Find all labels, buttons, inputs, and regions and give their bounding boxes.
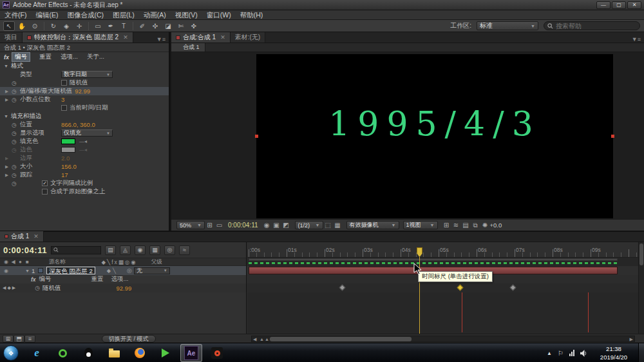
work-area-bar[interactable]	[249, 258, 618, 261]
tab-footage[interactable]: 素材:(无)	[231, 32, 265, 43]
hand-tool-icon[interactable]: ✋	[16, 21, 28, 31]
stopwatch-icon[interactable]: ◷	[12, 97, 20, 103]
menu-composition[interactable]: 图像合成(C)	[62, 10, 108, 20]
position-value[interactable]: 866.0, 360.0	[61, 121, 95, 128]
help-search-box[interactable]	[544, 21, 640, 30]
taskbar-player-icon[interactable]	[155, 344, 176, 362]
scroll-left-icon[interactable]: ◀	[253, 337, 256, 342]
comp-mini-tab[interactable]: 合成 1	[171, 43, 205, 52]
tab-effect-controls[interactable]: 特效控制台：深灰色 固态层 2 ✕	[23, 32, 133, 43]
stopwatch-icon[interactable]: ◷	[12, 138, 20, 145]
expand-layers-icon[interactable]: ⊞	[3, 335, 14, 343]
show-hidden-icons[interactable]: ▲	[547, 350, 552, 356]
minimize-icon[interactable]: —	[596, 1, 611, 9]
reset-link[interactable]: 重置	[39, 53, 52, 61]
property-row[interactable]: ◀ ◆ ▶ ◷ 随机值 92.99	[0, 283, 246, 292]
stopwatch-icon[interactable]: ◷	[12, 172, 20, 178]
group-format[interactable]: ▼格式	[0, 62, 169, 70]
layer-row[interactable]: ◉ ▼ 1 深灰色 固态层 2 ◆╲ ◎ 无▼	[0, 266, 246, 275]
effect-name[interactable]: 编号	[12, 52, 30, 62]
stopwatch-icon[interactable]: ◷	[12, 80, 20, 86]
tab-composition[interactable]: 合成:合成 1 ✕	[171, 32, 231, 43]
pan-behind-tool-icon[interactable]: ✛	[73, 21, 85, 31]
decimals-value[interactable]: 3	[61, 96, 64, 103]
zoom-in-mountain-icon[interactable]: ▲	[265, 337, 269, 341]
rotation-tool-icon[interactable]: ↻	[48, 21, 59, 31]
menu-file[interactable]: 文件(F)	[0, 10, 31, 20]
tab-close-icon[interactable]: ✕	[220, 34, 225, 41]
reset-link[interactable]: 重置	[91, 275, 104, 283]
stopwatch-icon[interactable]: ◷	[12, 88, 20, 95]
menu-animation[interactable]: 动画(A)	[139, 10, 171, 20]
display-options-dropdown[interactable]: 仅填充▼	[61, 129, 113, 137]
eraser-tool-icon[interactable]: ◪	[162, 21, 174, 31]
clone-stamp-tool-icon[interactable]: ✣	[149, 21, 161, 31]
magnification-dropdown[interactable]: 50%▼	[176, 221, 205, 229]
graph-editor-icon[interactable]: ≈	[179, 245, 190, 255]
options-link[interactable]: 选项...	[111, 275, 129, 283]
zoom-out-mountain-icon[interactable]: ▲	[260, 337, 264, 341]
stopwatch-icon[interactable]: ◷	[12, 122, 20, 128]
tab-project[interactable]: 项目	[0, 32, 23, 43]
comp-canvas[interactable]: 1995/4/3	[256, 54, 613, 218]
snapshot-icon[interactable]: ◉	[262, 222, 272, 229]
menu-help[interactable]: 帮助(H)	[236, 10, 268, 20]
expand-icon[interactable]: ▶	[5, 164, 12, 169]
next-keyframe-icon[interactable]: ▶	[12, 285, 15, 291]
random-checkbox[interactable]	[61, 80, 67, 86]
timeline-vertical-scrollbar[interactable]	[638, 242, 644, 334]
layer-handle[interactable]	[611, 135, 614, 138]
timeline-horizontal-scrollbar[interactable]: ◀ ▲ ▲ ▶	[251, 336, 635, 342]
expand-icon[interactable]: ▶	[5, 97, 12, 102]
toggle-switches-modes-button[interactable]: 切换开关 / 模式	[102, 335, 156, 343]
menu-window[interactable]: 窗口(W)	[202, 10, 236, 20]
parent-column[interactable]: 父级	[151, 258, 162, 266]
expand-icon[interactable]: ▶	[5, 89, 12, 94]
taskbar-recorder-icon[interactable]	[206, 344, 228, 362]
action-center-icon[interactable]: ⚐	[558, 350, 564, 357]
draft-3d-icon[interactable]: ◬	[120, 245, 131, 255]
volume-icon[interactable]	[580, 350, 587, 357]
flowchart-icon[interactable]: ⧉	[471, 222, 480, 229]
menu-layer[interactable]: 图层(L)	[108, 10, 139, 20]
offset-value[interactable]: 92.99	[75, 88, 90, 95]
maximize-icon[interactable]: ▢	[612, 1, 626, 9]
motion-blur-icon[interactable]: ◎	[164, 245, 175, 255]
group-fill-stroke[interactable]: ▼填充和描边	[0, 112, 169, 120]
eye-icon[interactable]: ◉	[3, 268, 10, 274]
collapse-icon[interactable]: ▼	[4, 64, 8, 68]
comp-viewer[interactable]: 1995/4/3	[171, 52, 644, 219]
transparency-grid-icon[interactable]: ▦	[333, 222, 343, 229]
workspace-dropdown[interactable]: 标准▼	[477, 21, 538, 30]
taskbar-clock[interactable]: 21:38 2019/4/20	[592, 345, 635, 361]
roto-brush-tool-icon[interactable]: ✄	[175, 21, 187, 31]
network-icon[interactable]	[569, 350, 574, 356]
taskbar-firefox-icon[interactable]	[129, 344, 151, 362]
time-ruler[interactable]: :00s 01s 02s 03s 04s 05s 06s 07s 08s 09s	[247, 242, 644, 258]
scrollbar-thumb[interactable]	[270, 337, 412, 341]
composition-mini-flowchart-icon[interactable]: ▤	[105, 245, 116, 255]
panel-menu-icon[interactable]: ▼≡	[629, 36, 644, 43]
timeline-search-box[interactable]	[51, 246, 101, 254]
scroll-right-icon[interactable]: ▶	[630, 337, 633, 342]
camera-tool-icon[interactable]: ◈	[61, 21, 72, 31]
exposure-icon[interactable]: ✺	[480, 222, 490, 229]
tab-close-icon[interactable]: ✕	[123, 34, 128, 41]
view-layout-dropdown[interactable]: 1视图▼	[403, 221, 438, 229]
label-color-chip[interactable]	[38, 268, 43, 273]
stopwatch-icon[interactable]: ◷	[35, 285, 40, 291]
property-value[interactable]: 92.99	[117, 285, 132, 292]
timeline-tab[interactable]: 合成 1 ✕	[0, 231, 44, 242]
timeline-button-icon[interactable]: ▤	[461, 222, 471, 229]
options-link[interactable]: 选项...	[61, 53, 78, 61]
collapse-icon[interactable]: ▼	[4, 114, 8, 119]
exposure-value[interactable]: +0.0	[490, 222, 502, 229]
show-snapshot-icon[interactable]: ▣	[272, 222, 281, 229]
panel-menu-icon[interactable]: ▼≡	[153, 36, 169, 43]
composite-checkbox[interactable]	[42, 189, 48, 195]
keyframe-diamond-selected[interactable]	[457, 285, 464, 291]
taskbar-browser-icon[interactable]	[52, 344, 73, 362]
scrollbar-thumb[interactable]	[639, 243, 643, 265]
layer-switches[interactable]: ◆╲	[107, 268, 118, 274]
menu-view[interactable]: 视图(V)	[171, 10, 202, 20]
